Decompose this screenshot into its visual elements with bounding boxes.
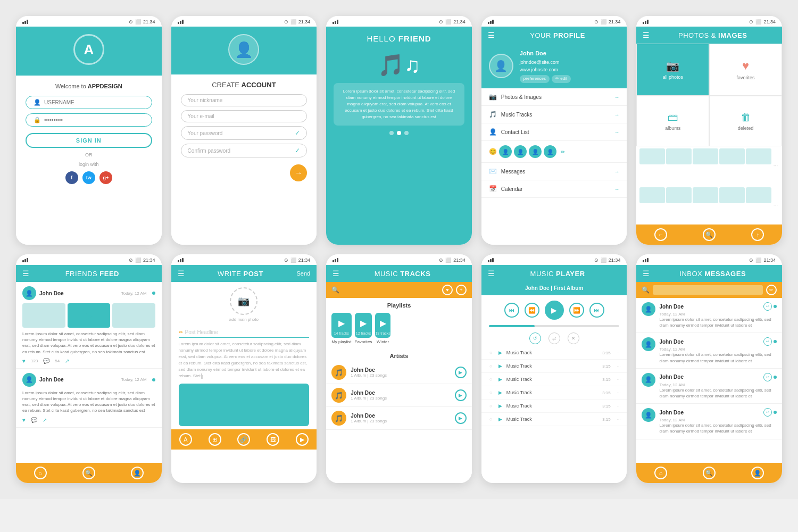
menu-music[interactable]: 🎵 Music Tracks →: [481, 106, 627, 123]
playlist-3[interactable]: ▶ 13 tracks Winter: [375, 313, 390, 344]
track-more-5[interactable]: ···: [617, 404, 621, 409]
track-more-3[interactable]: ···: [617, 377, 621, 382]
back-icon[interactable]: ←: [654, 228, 667, 241]
menu-icon-10[interactable]: ☰: [643, 269, 650, 278]
favorites-cell[interactable]: ♥ favorites: [709, 44, 782, 96]
music-icon: 🎵: [489, 111, 497, 118]
profile-icon-inbox[interactable]: 👤: [751, 467, 764, 479]
menu-icon-9[interactable]: ☰: [488, 269, 495, 278]
search-icon[interactable]: 🔍: [703, 228, 716, 241]
menu-icon-8[interactable]: ☰: [332, 269, 339, 278]
layout-icon[interactable]: ⊞: [209, 433, 221, 446]
menu-contacts[interactable]: 👤 Contact List →: [481, 123, 627, 141]
track-more-1[interactable]: ···: [617, 351, 621, 355]
artist-3[interactable]: 🎵 John Doe 1 Album | 23 songs ▶: [326, 407, 472, 430]
inbox-search-input[interactable]: [653, 285, 763, 295]
artist-play-1[interactable]: ▶: [455, 367, 467, 378]
prev-button[interactable]: ⏪: [525, 303, 539, 318]
track-6[interactable]: ○ ▶ Music Track 3:15 ···: [481, 413, 627, 426]
dot-2[interactable]: [397, 131, 401, 135]
home-icon-inbox[interactable]: ⌂: [654, 467, 667, 479]
google-plus-button[interactable]: g+: [99, 171, 112, 184]
track-more-4[interactable]: ···: [617, 390, 621, 395]
play-button[interactable]: ▶: [545, 301, 564, 320]
menu-icon-6[interactable]: ☰: [22, 269, 29, 278]
email-field[interactable]: Your e-mail: [181, 110, 307, 122]
rewind-button[interactable]: ⏮: [504, 303, 519, 318]
track-3[interactable]: ○ ▶ Music Track 3:15 ···: [481, 373, 627, 386]
comment-action-icon-2[interactable]: 💬: [31, 417, 37, 423]
dot-3[interactable]: [404, 131, 409, 135]
home-icon[interactable]: ⌂: [34, 467, 47, 479]
message-1[interactable]: 👤 John Doe ↩ Today, 12 AM Lorem ipsum do…: [636, 298, 782, 333]
signin-button[interactable]: SIGN IN: [26, 133, 152, 148]
nickname-field[interactable]: Your nickname: [181, 94, 307, 106]
comment-action-icon[interactable]: 💬: [43, 358, 49, 364]
password-input[interactable]: 🔒 ••••••••••: [26, 113, 152, 127]
forward-button[interactable]: ⏭: [589, 303, 604, 318]
repeat-button[interactable]: ↺: [529, 332, 541, 344]
menu-icon-7[interactable]: ☰: [178, 269, 185, 278]
playlist-2[interactable]: ▶ 12 tracks Favorites: [355, 313, 372, 344]
track-2[interactable]: ○ ▶ Music Track 3:15 ···: [481, 360, 627, 373]
track-more-6[interactable]: ···: [617, 417, 621, 422]
menu-photos[interactable]: 📷 Photos & Images →: [481, 88, 627, 106]
track-more-2[interactable]: ···: [617, 364, 621, 369]
image-icon[interactable]: 🖼: [267, 433, 279, 446]
text-icon[interactable]: A: [179, 433, 192, 446]
heart-action-icon[interactable]: ♥: [22, 358, 26, 364]
albums-cell[interactable]: 🗃 albums: [636, 96, 709, 146]
message-4[interactable]: 👤 John Doe ↩ Today, 12 AM Lorem ipsum do…: [636, 404, 782, 439]
next-button[interactable]: ⏩: [569, 303, 584, 318]
screen-player: ⊙ ⬜ 21:34 ☰ MUSIC PLAYER John Doe | Firs…: [481, 254, 627, 483]
edit-tag[interactable]: ✏ edit: [552, 75, 571, 83]
submit-arrow-button[interactable]: →: [290, 164, 307, 181]
menu-icon-4[interactable]: ☰: [488, 31, 495, 39]
all-photos-cell[interactable]: 📷 all photos: [636, 44, 709, 96]
progress-bar[interactable]: [489, 325, 620, 327]
facebook-button[interactable]: f: [65, 171, 78, 184]
twitter-button[interactable]: tw: [82, 171, 95, 184]
username-input[interactable]: 👤 USERNAME: [26, 96, 152, 109]
plus-search-btn[interactable]: +: [456, 285, 467, 295]
artist-2[interactable]: 🎵 John Doe 1 Album | 23 songs ▶: [326, 384, 472, 407]
password-field[interactable]: Your password ✓: [181, 126, 307, 140]
artist-1[interactable]: 🎵 John Doe 1 Album | 23 songs ▶: [326, 361, 472, 384]
add-photo-button[interactable]: 📷: [230, 287, 257, 315]
heart-action-icon-2[interactable]: ♥: [22, 417, 26, 423]
music-search-input[interactable]: [343, 286, 439, 294]
profile-icon-feed[interactable]: 👤: [131, 467, 144, 479]
search-icon-feed[interactable]: 🔍: [82, 467, 95, 479]
feed-username-2: John Doe: [39, 377, 118, 383]
share-icon[interactable]: ↑: [751, 228, 764, 241]
shuffle-button[interactable]: ⇌: [548, 332, 560, 344]
artist-play-3[interactable]: ▶: [455, 412, 467, 424]
menu-calendar[interactable]: 📅 Calendar →: [481, 180, 627, 198]
send-button[interactable]: Send: [296, 270, 310, 277]
menu-messages[interactable]: ✉️ Messages →: [481, 163, 627, 180]
share-action-icon[interactable]: ↗: [65, 358, 69, 364]
preferences-tag[interactable]: preferences: [520, 75, 550, 83]
heart-search-btn[interactable]: ♥: [442, 285, 453, 295]
post-headline-input[interactable]: ✏ Post Headline: [179, 327, 310, 338]
message-2[interactable]: 👤 John Doe ↩ Today, 12 AM Lorem ipsum do…: [636, 333, 782, 368]
confirm-password-field[interactable]: Confirm password ✓: [181, 144, 307, 157]
deleted-cell[interactable]: 🗑 deleted: [709, 96, 782, 146]
dot-1[interactable]: [389, 131, 394, 135]
search-icon-inbox-bar[interactable]: 🔍: [703, 467, 716, 479]
video-icon[interactable]: ▶: [296, 433, 309, 446]
link-icon[interactable]: 🔗: [237, 433, 250, 446]
friends-edit-icon[interactable]: ✏: [561, 149, 565, 155]
artist-play-2[interactable]: ▶: [455, 389, 467, 401]
share-action-icon-2[interactable]: ↗: [43, 417, 47, 423]
playlist-card-2: ▶ 12 tracks: [355, 313, 372, 338]
edit-button-inbox[interactable]: ✏: [766, 285, 777, 295]
close-button[interactable]: ✕: [568, 332, 579, 344]
track-5[interactable]: ○ ▶ Music Track 3:15 ···: [481, 400, 627, 413]
playlist-1[interactable]: ▶ 14 tracks My playlist: [331, 313, 351, 344]
menu-icon-5[interactable]: ☰: [643, 31, 650, 39]
message-3[interactable]: 👤 John Doe ↩ Today, 12 AM Lorem ipsum do…: [636, 369, 782, 404]
track-1[interactable]: ○ ▶ Music Track 3:15 ···: [481, 346, 627, 360]
track-4[interactable]: ○ ▶ Music Track 3:15 ···: [481, 386, 627, 400]
now-playing-text: John Doe | First Album: [525, 285, 583, 291]
